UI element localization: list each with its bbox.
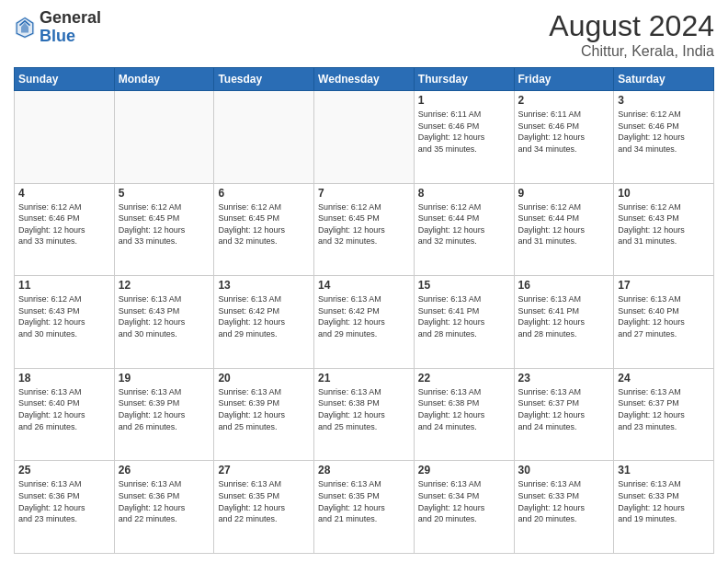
day-number: 9	[518, 187, 610, 200]
day-info: Sunrise: 6:13 AM Sunset: 6:38 PM Dayligh…	[318, 386, 410, 432]
day-header-friday: Friday	[514, 68, 614, 91]
day-number: 14	[318, 279, 410, 292]
day-number: 4	[18, 187, 110, 200]
day-cell-21: 21Sunrise: 6:13 AM Sunset: 6:38 PM Dayli…	[314, 368, 415, 461]
day-cell-3: 3Sunrise: 6:12 AM Sunset: 6:46 PM Daylig…	[614, 91, 714, 184]
day-number: 31	[618, 464, 710, 477]
day-number: 2	[518, 94, 610, 107]
day-cell-27: 27Sunrise: 6:13 AM Sunset: 6:35 PM Dayli…	[214, 461, 314, 554]
day-header-monday: Monday	[114, 68, 214, 91]
logo-general: General	[40, 9, 101, 28]
day-cell-26: 26Sunrise: 6:13 AM Sunset: 6:36 PM Dayli…	[114, 461, 214, 554]
day-number: 11	[18, 279, 110, 292]
day-number: 20	[218, 372, 310, 385]
day-cell-11: 11Sunrise: 6:12 AM Sunset: 6:43 PM Dayli…	[15, 276, 115, 369]
day-header-saturday: Saturday	[614, 68, 714, 91]
location: Chittur, Kerala, India	[549, 43, 714, 60]
day-cell-10: 10Sunrise: 6:12 AM Sunset: 6:43 PM Dayli…	[614, 183, 714, 276]
day-cell-16: 16Sunrise: 6:13 AM Sunset: 6:41 PM Dayli…	[514, 276, 614, 369]
day-info: Sunrise: 6:12 AM Sunset: 6:45 PM Dayligh…	[119, 201, 210, 247]
day-number: 24	[618, 372, 710, 385]
day-header-wednesday: Wednesday	[314, 68, 415, 91]
calendar-header: SundayMondayTuesdayWednesdayThursdayFrid…	[15, 68, 714, 91]
day-info: Sunrise: 6:13 AM Sunset: 6:43 PM Dayligh…	[119, 293, 210, 339]
day-number: 5	[119, 187, 210, 200]
title-block: August 2024 Chittur, Kerala, India	[549, 9, 714, 60]
day-info: Sunrise: 6:12 AM Sunset: 6:45 PM Dayligh…	[318, 201, 410, 247]
logo-icon	[14, 15, 36, 40]
day-cell-23: 23Sunrise: 6:13 AM Sunset: 6:37 PM Dayli…	[514, 368, 614, 461]
day-info: Sunrise: 6:13 AM Sunset: 6:33 PM Dayligh…	[618, 478, 710, 524]
day-number: 15	[418, 279, 510, 292]
day-cell-25: 25Sunrise: 6:13 AM Sunset: 6:36 PM Dayli…	[15, 461, 115, 554]
day-number: 19	[119, 372, 210, 385]
page-container: General Blue August 2024 Chittur, Kerala…	[0, 0, 728, 563]
logo: General Blue	[14, 9, 101, 46]
day-cell-18: 18Sunrise: 6:13 AM Sunset: 6:40 PM Dayli…	[15, 368, 115, 461]
day-cell-31: 31Sunrise: 6:13 AM Sunset: 6:33 PM Dayli…	[614, 461, 714, 554]
calendar-table: SundayMondayTuesdayWednesdayThursdayFrid…	[14, 67, 714, 554]
day-info: Sunrise: 6:12 AM Sunset: 6:44 PM Dayligh…	[418, 201, 510, 247]
day-info: Sunrise: 6:13 AM Sunset: 6:39 PM Dayligh…	[119, 386, 210, 432]
logo-text: General Blue	[40, 9, 101, 46]
day-number: 3	[618, 94, 710, 107]
day-info: Sunrise: 6:13 AM Sunset: 6:33 PM Dayligh…	[518, 478, 610, 524]
day-number: 21	[318, 372, 410, 385]
day-cell-15: 15Sunrise: 6:13 AM Sunset: 6:41 PM Dayli…	[414, 276, 514, 369]
day-info: Sunrise: 6:13 AM Sunset: 6:37 PM Dayligh…	[618, 386, 710, 432]
day-cell-13: 13Sunrise: 6:13 AM Sunset: 6:42 PM Dayli…	[214, 276, 314, 369]
day-info: Sunrise: 6:13 AM Sunset: 6:40 PM Dayligh…	[18, 386, 110, 432]
day-number: 26	[119, 464, 210, 477]
day-cell-6: 6Sunrise: 6:12 AM Sunset: 6:45 PM Daylig…	[214, 183, 314, 276]
day-cell-28: 28Sunrise: 6:13 AM Sunset: 6:35 PM Dayli…	[314, 461, 415, 554]
empty-cell	[214, 91, 314, 184]
day-number: 10	[618, 187, 710, 200]
empty-cell	[314, 91, 415, 184]
day-cell-8: 8Sunrise: 6:12 AM Sunset: 6:44 PM Daylig…	[414, 183, 514, 276]
day-cell-29: 29Sunrise: 6:13 AM Sunset: 6:34 PM Dayli…	[414, 461, 514, 554]
day-cell-9: 9Sunrise: 6:12 AM Sunset: 6:44 PM Daylig…	[514, 183, 614, 276]
day-info: Sunrise: 6:13 AM Sunset: 6:37 PM Dayligh…	[518, 386, 610, 432]
day-info: Sunrise: 6:12 AM Sunset: 6:46 PM Dayligh…	[18, 201, 110, 247]
logo-blue-text: Blue	[40, 28, 101, 46]
day-info: Sunrise: 6:13 AM Sunset: 6:35 PM Dayligh…	[318, 478, 410, 524]
day-number: 30	[518, 464, 610, 477]
day-info: Sunrise: 6:13 AM Sunset: 6:42 PM Dayligh…	[218, 293, 310, 339]
week-row-4: 18Sunrise: 6:13 AM Sunset: 6:40 PM Dayli…	[15, 368, 714, 461]
day-number: 29	[418, 464, 510, 477]
day-info: Sunrise: 6:13 AM Sunset: 6:41 PM Dayligh…	[518, 293, 610, 339]
day-number: 18	[18, 372, 110, 385]
day-number: 7	[318, 187, 410, 200]
day-info: Sunrise: 6:12 AM Sunset: 6:45 PM Dayligh…	[218, 201, 310, 247]
day-number: 25	[18, 464, 110, 477]
day-number: 27	[218, 464, 310, 477]
day-cell-24: 24Sunrise: 6:13 AM Sunset: 6:37 PM Dayli…	[614, 368, 714, 461]
day-info: Sunrise: 6:13 AM Sunset: 6:35 PM Dayligh…	[218, 478, 310, 524]
week-row-5: 25Sunrise: 6:13 AM Sunset: 6:36 PM Dayli…	[15, 461, 714, 554]
week-row-2: 4Sunrise: 6:12 AM Sunset: 6:46 PM Daylig…	[15, 183, 714, 276]
day-info: Sunrise: 6:12 AM Sunset: 6:43 PM Dayligh…	[18, 293, 110, 339]
day-info: Sunrise: 6:13 AM Sunset: 6:36 PM Dayligh…	[18, 478, 110, 524]
day-number: 17	[618, 279, 710, 292]
day-number: 22	[418, 372, 510, 385]
day-number: 28	[318, 464, 410, 477]
day-info: Sunrise: 6:13 AM Sunset: 6:40 PM Dayligh…	[618, 293, 710, 339]
day-header-sunday: Sunday	[15, 68, 115, 91]
day-number: 6	[218, 187, 310, 200]
day-cell-5: 5Sunrise: 6:12 AM Sunset: 6:45 PM Daylig…	[114, 183, 214, 276]
day-cell-22: 22Sunrise: 6:13 AM Sunset: 6:38 PM Dayli…	[414, 368, 514, 461]
day-header-tuesday: Tuesday	[214, 68, 314, 91]
day-info: Sunrise: 6:11 AM Sunset: 6:46 PM Dayligh…	[418, 109, 510, 155]
calendar-body: 1Sunrise: 6:11 AM Sunset: 6:46 PM Daylig…	[15, 91, 714, 554]
day-number: 13	[218, 279, 310, 292]
day-info: Sunrise: 6:13 AM Sunset: 6:42 PM Dayligh…	[318, 293, 410, 339]
day-info: Sunrise: 6:13 AM Sunset: 6:39 PM Dayligh…	[218, 386, 310, 432]
day-cell-19: 19Sunrise: 6:13 AM Sunset: 6:39 PM Dayli…	[114, 368, 214, 461]
week-row-3: 11Sunrise: 6:12 AM Sunset: 6:43 PM Dayli…	[15, 276, 714, 369]
day-cell-2: 2Sunrise: 6:11 AM Sunset: 6:46 PM Daylig…	[514, 91, 614, 184]
day-number: 23	[518, 372, 610, 385]
day-info: Sunrise: 6:13 AM Sunset: 6:36 PM Dayligh…	[119, 478, 210, 524]
day-info: Sunrise: 6:12 AM Sunset: 6:43 PM Dayligh…	[618, 201, 710, 247]
empty-cell	[114, 91, 214, 184]
day-cell-1: 1Sunrise: 6:11 AM Sunset: 6:46 PM Daylig…	[414, 91, 514, 184]
